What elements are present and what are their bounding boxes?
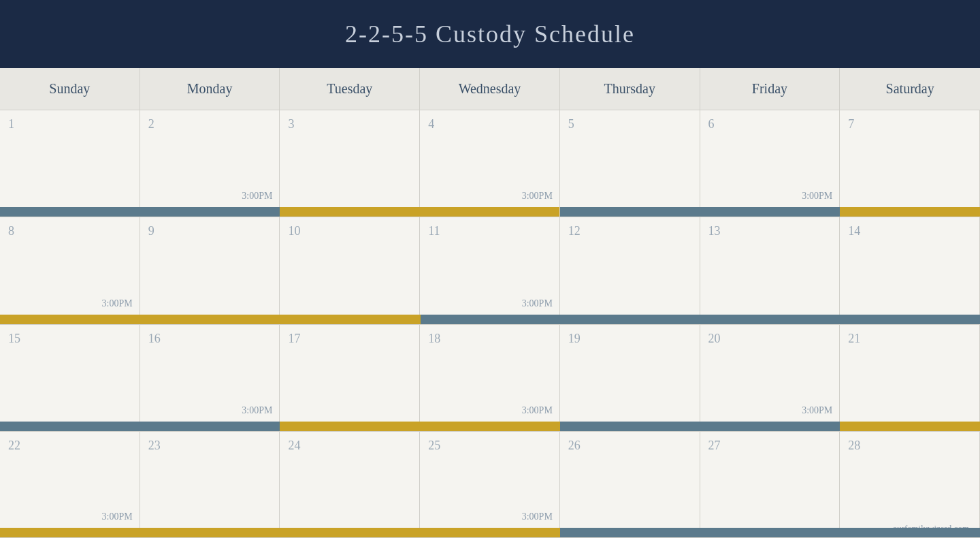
day-number: 4 <box>428 117 551 131</box>
day-26: 26 <box>560 432 700 537</box>
calendar: Sunday Monday Tuesday Wednesday Thursday… <box>0 68 980 538</box>
day-number: 19 <box>568 332 691 346</box>
header-thursday: Thursday <box>560 68 700 110</box>
day-28: 28 <box>840 432 980 537</box>
day-24: 24 <box>280 432 420 537</box>
time-label: 3:00PM <box>802 405 832 416</box>
day-headers-row: Sunday Monday Tuesday Wednesday Thursday… <box>0 68 980 110</box>
day-number: 12 <box>568 224 691 238</box>
custody-bar <box>560 207 840 217</box>
time-label: 3:00PM <box>102 511 133 522</box>
custody-bar <box>840 207 980 217</box>
calendar-row-3: 15 16 3:00PM 17 18 3:00PM 19 20 <box>0 325 980 432</box>
day-number: 17 <box>288 332 411 346</box>
day-13: 13 <box>700 217 840 323</box>
day-25: 25 3:00PM <box>420 432 560 537</box>
day-1: 1 <box>0 110 140 217</box>
custody-bar <box>421 315 980 324</box>
day-number: 22 <box>8 439 131 453</box>
custody-bar <box>280 422 559 431</box>
day-16: 16 3:00PM <box>140 325 280 431</box>
day-number: 16 <box>148 332 272 346</box>
time-label: 3:00PM <box>522 405 553 416</box>
day-15: 15 <box>0 325 140 431</box>
day-number: 25 <box>428 439 551 453</box>
header-wednesday: Wednesday <box>420 68 560 110</box>
day-number: 21 <box>848 332 971 346</box>
header-tuesday: Tuesday <box>280 68 420 110</box>
calendar-row-2: 8 3:00PM 9 10 11 3:00PM 12 13 <box>0 217 980 324</box>
header-saturday: Saturday <box>840 68 980 110</box>
time-label: 3:00PM <box>102 298 133 309</box>
day-number: 3 <box>288 117 411 131</box>
custody-bar <box>560 528 980 537</box>
day-17: 17 <box>280 325 420 431</box>
week-row-3: 15 16 3:00PM 17 18 3:00PM 19 20 <box>0 325 980 431</box>
custody-bar <box>840 422 980 431</box>
day-5: 5 <box>560 110 700 217</box>
day-number: 18 <box>428 332 551 346</box>
day-number: 1 <box>8 117 131 131</box>
day-27: 27 <box>700 432 840 537</box>
page-title: 2-2-5-5 Custody Schedule <box>345 20 635 48</box>
header-sunday: Sunday <box>0 68 140 110</box>
day-number: 7 <box>848 117 971 131</box>
time-label: 3:00PM <box>802 191 832 202</box>
day-14: 14 <box>840 217 980 323</box>
time-label: 3:00PM <box>242 191 272 202</box>
day-22: 22 3:00PM <box>0 432 140 537</box>
day-23: 23 <box>140 432 280 537</box>
week-row-2: 8 3:00PM 9 10 11 3:00PM 12 13 <box>0 217 980 323</box>
day-number: 5 <box>568 117 691 131</box>
day-number: 27 <box>708 439 832 453</box>
day-9: 9 <box>140 217 280 323</box>
custody-bar <box>0 315 421 324</box>
day-number: 20 <box>708 332 832 346</box>
calendar-row-1: 1 2 3:00PM 3 4 3:00PM 5 6 3:00 <box>0 110 980 217</box>
day-number: 23 <box>148 439 272 453</box>
day-number: 26 <box>568 439 691 453</box>
day-4: 4 3:00PM <box>420 110 560 217</box>
day-12: 12 <box>560 217 700 323</box>
custody-bar <box>0 528 560 537</box>
week-row-4: 22 3:00PM 23 24 25 3:00PM 26 27 <box>0 432 980 538</box>
day-number: 13 <box>708 224 832 238</box>
day-2: 2 3:00PM <box>140 110 280 217</box>
custody-bar <box>560 422 840 431</box>
day-number: 28 <box>848 439 971 453</box>
calendar-row-4: 22 3:00PM 23 24 25 3:00PM 26 27 <box>0 432 980 538</box>
day-number: 9 <box>148 224 272 238</box>
day-number: 24 <box>288 439 411 453</box>
day-number: 10 <box>288 224 411 238</box>
time-label: 3:00PM <box>522 191 553 202</box>
day-number: 6 <box>708 117 832 131</box>
time-label: 3:00PM <box>522 511 553 522</box>
day-number: 11 <box>428 224 551 238</box>
day-20: 20 3:00PM <box>700 325 840 431</box>
day-number: 14 <box>848 224 971 238</box>
time-label: 3:00PM <box>242 405 272 416</box>
day-6: 6 3:00PM <box>700 110 840 217</box>
header-monday: Monday <box>140 68 280 110</box>
day-number: 2 <box>148 117 272 131</box>
day-21: 21 <box>840 325 980 431</box>
day-19: 19 <box>560 325 700 431</box>
header-friday: Friday <box>700 68 840 110</box>
week-row-1: 1 2 3:00PM 3 4 3:00PM 5 6 3:00 <box>0 110 980 217</box>
time-label: 3:00PM <box>522 298 553 309</box>
day-8: 8 3:00PM <box>0 217 140 323</box>
page-header: 2-2-5-5 Custody Schedule <box>0 0 980 68</box>
custody-bar <box>280 207 559 217</box>
day-number: 8 <box>8 224 131 238</box>
calendar-grid: 1 2 3:00PM 3 4 3:00PM 5 6 3:00 <box>0 110 980 538</box>
custody-bar <box>0 207 280 217</box>
day-18: 18 3:00PM <box>420 325 560 431</box>
day-number: 15 <box>8 332 131 346</box>
custody-bar <box>0 422 280 431</box>
day-11: 11 3:00PM <box>420 217 560 323</box>
day-7: 7 <box>840 110 980 217</box>
day-3: 3 <box>280 110 420 217</box>
day-10: 10 <box>280 217 420 323</box>
